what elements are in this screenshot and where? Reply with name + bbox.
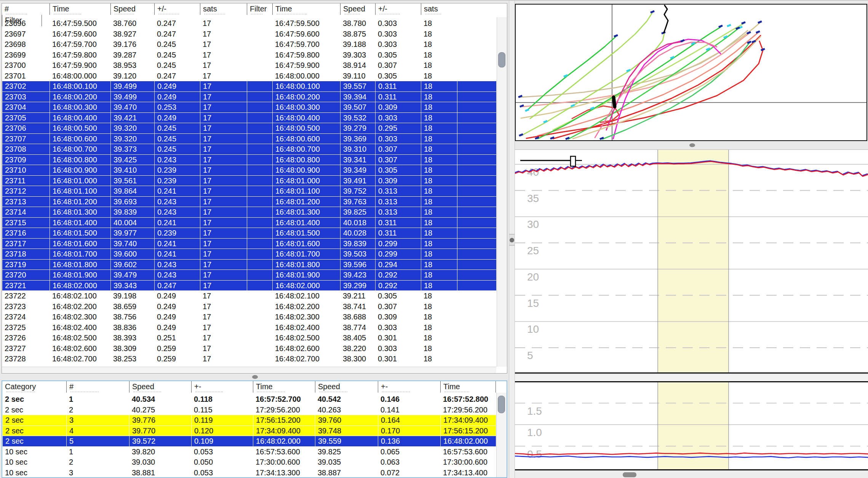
splitter-grip[interactable] bbox=[509, 234, 515, 245]
table-cell: 16:48:02.000 bbox=[440, 436, 496, 447]
table-row[interactable]: 2370416:48:00.30039.4700.2531716:48:00.3… bbox=[2, 102, 496, 113]
table-row[interactable]: 2370716:48:00.60039.3200.2451716:48:00.6… bbox=[2, 134, 496, 144]
table-row[interactable]: 2372416:48:02.30038.7560.2491716:48:02.3… bbox=[2, 312, 496, 322]
table-row[interactable]: 2372516:48:02.40038.8360.2491716:48:02.4… bbox=[2, 322, 496, 333]
table-row[interactable]: 2372716:48:02.60038.3090.2591716:48:02.6… bbox=[2, 343, 496, 354]
column-header-speed[interactable]: Speed bbox=[110, 3, 154, 15]
error-chart[interactable]: 1.51.00.5 bbox=[515, 382, 868, 469]
speed-chart-panel[interactable]: 403530252015105 bbox=[515, 149, 868, 374]
column-header-time[interactable]: Time bbox=[272, 3, 340, 15]
column-header-[interactable]: +- bbox=[191, 381, 253, 393]
speed-chart[interactable]: 403530252015105 bbox=[515, 150, 868, 372]
scrollbar-thumb[interactable] bbox=[498, 52, 505, 67]
table-row[interactable]: 2370316:48:00.20039.4990.2491716:48:00.2… bbox=[2, 92, 496, 103]
table-row[interactable]: 2 sec140.5340.11816:57:52.70040.5420.146… bbox=[2, 394, 496, 405]
table-row[interactable]: 10 sec139.8200.05316:57:53.60039.8250.06… bbox=[2, 447, 496, 457]
table-row[interactable]: 2370916:48:00.80039.4250.2431716:48:00.8… bbox=[2, 155, 496, 165]
table-row[interactable]: 2 sec240.2750.11517:29:56.20040.2630.141… bbox=[2, 405, 496, 415]
y-axis-label: 10 bbox=[527, 323, 539, 335]
column-header-[interactable]: # bbox=[66, 381, 129, 393]
table-row[interactable]: 2371716:48:01.60039.7400.2411716:48:01.6… bbox=[2, 239, 496, 249]
table-row[interactable]: 2372316:48:02.20038.6590.2491716:48:02.2… bbox=[2, 302, 496, 312]
table-row[interactable]: 2371116:48:01.00039.5610.2391716:48:01.0… bbox=[2, 176, 496, 186]
table-cell: 38.688 bbox=[340, 312, 375, 322]
column-header-[interactable]: +/- bbox=[154, 3, 200, 15]
table-row[interactable]: 2 sec339.7760.11917:56:15.20039.7600.164… bbox=[2, 415, 496, 426]
table-cell: 38.741 bbox=[340, 302, 375, 312]
chart-hscrollbar[interactable] bbox=[515, 470, 868, 478]
table-cell: 18 bbox=[421, 60, 457, 71]
column-header-time[interactable]: Time bbox=[253, 381, 315, 393]
table-cell: 16:48:00.100 bbox=[272, 81, 340, 92]
table-cell: 16:48:01.900 bbox=[272, 270, 340, 281]
horizontal-splitter[interactable] bbox=[0, 374, 509, 380]
trackpoint-table-hscroll[interactable] bbox=[2, 367, 496, 373]
map-splitter[interactable] bbox=[515, 141, 867, 149]
table-row[interactable]: 2371216:48:01.10039.8640.2411716:48:01.1… bbox=[2, 186, 496, 197]
table-row[interactable]: 2 sec539.5720.10916:48:02.00039.5590.136… bbox=[2, 436, 496, 447]
table-cell: 10 sec bbox=[2, 447, 66, 457]
table-row[interactable]: 2370816:48:00.70039.3730.2451716:48:00.7… bbox=[2, 144, 496, 155]
column-header-category[interactable]: Category bbox=[2, 381, 66, 393]
track-map[interactable] bbox=[516, 5, 866, 140]
column-header-[interactable]: # bbox=[2, 3, 50, 15]
table-row[interactable]: 2371616:48:01.50039.9770.2391716:48:01.5… bbox=[2, 228, 496, 239]
table-row[interactable]: 2369616:47:59.50038.7600.2471716:47:59.5… bbox=[2, 18, 496, 29]
error-chart-panel[interactable]: 1.51.00.5 bbox=[515, 381, 868, 470]
trackpoint-table-scrollbar[interactable] bbox=[497, 17, 507, 367]
trackpoint-table-body[interactable]: 2369616:47:59.50038.7600.2471716:47:59.5… bbox=[2, 18, 496, 367]
table-row[interactable]: 2372816:48:02.70038.2530.2591716:48:02.7… bbox=[2, 354, 496, 364]
table-row[interactable]: 2371416:48:01.30039.8390.2431716:48:01.3… bbox=[2, 207, 496, 218]
scrollbar-thumb[interactable] bbox=[498, 396, 505, 413]
column-header-sats[interactable]: sats bbox=[200, 3, 247, 15]
table-row[interactable]: 2370616:48:00.50039.3200.2451716:48:00.5… bbox=[2, 123, 496, 134]
table-cell: 23728 bbox=[2, 354, 50, 364]
table-row[interactable]: 2371516:48:01.40040.0040.2411716:48:01.4… bbox=[2, 218, 496, 228]
vertical-splitter[interactable] bbox=[509, 1, 515, 478]
table-cell: 18 bbox=[421, 81, 457, 92]
splitter-grip-icon[interactable] bbox=[689, 143, 695, 147]
column-header-sats[interactable]: sats bbox=[421, 3, 457, 15]
results-table-scrollbar[interactable] bbox=[496, 393, 507, 477]
table-row[interactable]: 2369816:47:59.70039.1760.2451716:47:59.7… bbox=[2, 39, 496, 50]
table-cell: 18 bbox=[421, 123, 457, 134]
table-row[interactable]: 2372216:48:02.10039.1980.2491716:48:02.1… bbox=[2, 291, 496, 302]
table-row[interactable]: 2372016:48:01.90039.4790.2431716:48:01.9… bbox=[2, 270, 496, 281]
table-row[interactable]: 2371016:48:00.90039.4100.2391716:48:00.9… bbox=[2, 165, 496, 176]
table-row[interactable]: 2369916:47:59.80039.2870.2451716:47:59.8… bbox=[2, 50, 496, 61]
column-header-speed[interactable]: Speed bbox=[340, 3, 375, 15]
column-header-time[interactable]: Time bbox=[50, 3, 110, 15]
column-header-speed[interactable]: Speed bbox=[129, 381, 191, 393]
table-row[interactable]: 10 sec239.0300.05017:30:00.60039.0350.06… bbox=[2, 457, 496, 468]
column-header-[interactable]: +/- bbox=[375, 3, 421, 15]
results-table-body[interactable]: 2 sec140.5340.11816:57:52.70040.5420.146… bbox=[2, 394, 496, 478]
table-cell bbox=[247, 333, 272, 343]
table-row[interactable]: 10 sec338.8810.05317:34:13.30038.8870.07… bbox=[2, 468, 496, 478]
scrollbar-thumb[interactable] bbox=[623, 472, 636, 477]
splitter-grip-icon[interactable] bbox=[252, 375, 258, 379]
table-row[interactable]: 2370516:48:00.40039.4210.2491716:48:00.4… bbox=[2, 113, 496, 124]
column-header-[interactable]: +- bbox=[378, 381, 440, 393]
table-row[interactable]: 2370016:47:59.90038.9530.2451716:47:59.9… bbox=[2, 60, 496, 71]
y-axis-label: 15 bbox=[527, 297, 539, 309]
table-cell: 16:48:00.700 bbox=[272, 144, 340, 155]
table-row[interactable]: 2371816:48:01.70039.6000.2411716:48:01.7… bbox=[2, 249, 496, 260]
table-row[interactable]: 2 sec439.7700.12017:34:09.40039.7480.170… bbox=[2, 426, 496, 436]
column-header-filter[interactable]: Filter bbox=[247, 3, 272, 15]
zoom-slider-handle[interactable] bbox=[571, 156, 575, 166]
table-cell bbox=[247, 343, 272, 354]
table-cell bbox=[457, 102, 496, 113]
table-row[interactable]: 2371316:48:01.20039.6930.2431716:48:01.2… bbox=[2, 197, 496, 207]
table-row[interactable]: 2370216:48:00.10039.4990.2491716:48:00.1… bbox=[2, 81, 496, 92]
table-cell: 18 bbox=[421, 343, 457, 354]
track-map-panel[interactable] bbox=[515, 4, 867, 141]
table-row[interactable]: 2372116:48:02.00039.3430.2471716:48:02.0… bbox=[2, 281, 496, 291]
table-row[interactable]: 2369716:47:59.60038.9270.2471716:47:59.6… bbox=[2, 29, 496, 40]
table-row[interactable]: 2371916:48:01.80039.6020.2431716:48:01.8… bbox=[2, 260, 496, 270]
column-header-speed[interactable]: Speed bbox=[315, 381, 378, 393]
table-cell bbox=[247, 260, 272, 270]
table-cell: 17 bbox=[200, 291, 247, 302]
table-row[interactable]: 2370116:48:00.00039.1200.2471716:48:00.0… bbox=[2, 71, 496, 82]
column-header-time[interactable]: Time bbox=[440, 381, 496, 393]
table-row[interactable]: 2372616:48:02.50038.3930.2511716:48:02.5… bbox=[2, 333, 496, 343]
